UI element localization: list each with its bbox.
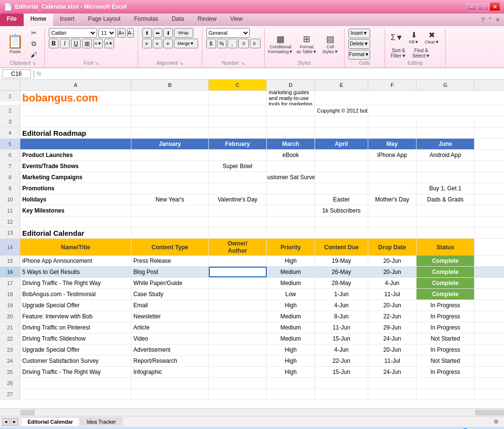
- tab-file[interactable]: File: [0, 14, 24, 26]
- find-select-button[interactable]: Find &Select▼: [410, 47, 432, 59]
- cell-a19[interactable]: Upgrade Special Offer: [20, 300, 131, 311]
- cell-e25[interactable]: 15-Jun: [315, 367, 368, 377]
- cell-a15[interactable]: iPhone App Announcement: [20, 256, 131, 266]
- cell-g15[interactable]: Complete: [417, 256, 475, 266]
- col-header-f[interactable]: F: [368, 80, 417, 90]
- decrease-decimal-button[interactable]: 0.: [250, 39, 260, 48]
- cell-b14[interactable]: Content Type: [131, 239, 209, 256]
- border-button[interactable]: ⊞: [82, 39, 92, 48]
- cell-a10[interactable]: Holidays: [20, 194, 131, 205]
- cell-f21[interactable]: 29-Jun: [368, 322, 417, 333]
- font-grow-button[interactable]: A+: [117, 28, 126, 38]
- cell-b5[interactable]: January: [131, 139, 209, 149]
- scroll-tabs-left[interactable]: ◄: [2, 418, 10, 426]
- tab-data[interactable]: Data: [165, 14, 190, 26]
- cell-c25[interactable]: [209, 367, 267, 377]
- cell-b15[interactable]: Press Release: [131, 256, 209, 266]
- cell-e7[interactable]: [315, 161, 368, 172]
- cell-c12[interactable]: [209, 216, 267, 227]
- cell-b24[interactable]: Report/Research: [131, 356, 209, 366]
- tab-home[interactable]: Home: [24, 14, 53, 26]
- insert-button[interactable]: Insert▼: [348, 29, 371, 38]
- cell-e3[interactable]: [315, 116, 368, 127]
- currency-button[interactable]: $: [206, 39, 216, 48]
- wrap-text-button[interactable]: Wrap: [174, 28, 193, 38]
- tab-formulas[interactable]: Formulas: [127, 14, 165, 26]
- cell-g25[interactable]: In Progress: [417, 367, 475, 377]
- cell-b20[interactable]: Newsletter: [131, 311, 209, 322]
- cell-f19[interactable]: 20-Jun: [368, 300, 417, 311]
- tab-page-layout[interactable]: Page Layout: [81, 14, 127, 26]
- cell-g23[interactable]: In Progress: [417, 344, 475, 355]
- cell-c1[interactable]: [209, 91, 267, 105]
- cell-e26[interactable]: [315, 378, 368, 388]
- cell-f27[interactable]: [368, 389, 417, 400]
- cell-c11[interactable]: [209, 205, 267, 216]
- cell-f4[interactable]: [368, 128, 417, 138]
- cell-d6[interactable]: eBook: [267, 150, 315, 160]
- cell-d27[interactable]: [267, 389, 315, 400]
- cell-a27[interactable]: [20, 389, 131, 400]
- cell-g26[interactable]: [417, 378, 475, 388]
- format-as-table-button[interactable]: ⊞ Formatas Table▼: [295, 33, 319, 55]
- number-format-select[interactable]: General: [206, 28, 250, 38]
- cell-c20[interactable]: [209, 311, 267, 322]
- cell-d25[interactable]: High: [267, 367, 315, 377]
- cell-b25[interactable]: Infographic: [131, 367, 209, 377]
- cell-b21[interactable]: Article: [131, 322, 209, 333]
- cell-c15[interactable]: [209, 256, 267, 266]
- col-header-g[interactable]: G: [417, 80, 475, 90]
- cell-f16[interactable]: 20-Jun: [368, 267, 417, 277]
- merge-center-button[interactable]: Merge▼: [174, 39, 198, 48]
- cell-e5[interactable]: April: [315, 139, 368, 149]
- cell-f23[interactable]: 20-Jun: [368, 344, 417, 355]
- cell-b27[interactable]: [131, 389, 209, 400]
- cell-g7[interactable]: [417, 161, 475, 172]
- cell-reference-input[interactable]: C16: [2, 70, 31, 78]
- cell-e17[interactable]: 28-May: [315, 278, 368, 288]
- cell-c27[interactable]: [209, 389, 267, 400]
- cell-c13[interactable]: [209, 228, 267, 238]
- cell-e2[interactable]: Copyright © 2012 bobangus.com. All right…: [315, 105, 368, 116]
- cell-g21[interactable]: In Progress: [417, 322, 475, 333]
- cell-c26[interactable]: [209, 378, 267, 388]
- cell-e16[interactable]: 26-May: [315, 267, 368, 277]
- cell-a6[interactable]: Product Launches: [20, 150, 131, 160]
- formula-input[interactable]: [43, 71, 503, 77]
- cell-f13[interactable]: [368, 228, 417, 238]
- cell-a16[interactable]: 5 Ways to Get Results: [20, 267, 131, 277]
- cell-e23[interactable]: 4-Jun: [315, 344, 368, 355]
- cell-b26[interactable]: [131, 378, 209, 388]
- cell-g11[interactable]: [417, 205, 475, 216]
- cell-c2[interactable]: [209, 105, 267, 116]
- align-right-button[interactable]: ≡: [163, 39, 173, 48]
- cell-a13[interactable]: Editorial Calendar: [20, 228, 131, 238]
- cell-c10[interactable]: Valentine's Day: [209, 194, 267, 205]
- cell-f18[interactable]: 11-Jul: [368, 289, 417, 300]
- cell-a23[interactable]: Upgrade Special Offer: [20, 344, 131, 355]
- cell-e6[interactable]: [315, 150, 368, 160]
- cell-c3[interactable]: [209, 116, 267, 127]
- cell-f26[interactable]: [368, 378, 417, 388]
- cell-a5[interactable]: [20, 139, 131, 149]
- cell-e8[interactable]: [315, 172, 368, 183]
- cell-c5[interactable]: February: [209, 139, 267, 149]
- cell-f9[interactable]: [368, 183, 417, 194]
- cell-a1[interactable]: bobangus.com: [20, 91, 131, 105]
- cell-a20[interactable]: Feature: Interview with Bob: [20, 311, 131, 322]
- cell-c21[interactable]: [209, 322, 267, 333]
- font-shrink-button[interactable]: A-: [127, 28, 134, 38]
- cell-f17[interactable]: 4-Jun: [368, 278, 417, 288]
- cell-b9[interactable]: [131, 183, 209, 194]
- cell-g3[interactable]: [417, 116, 475, 127]
- cell-d7[interactable]: [267, 161, 315, 172]
- cell-d23[interactable]: High: [267, 344, 315, 355]
- cell-f11[interactable]: [368, 205, 417, 216]
- cell-a2[interactable]: [20, 105, 131, 116]
- ribbon-collapse-icon[interactable]: ⌃: [488, 16, 492, 23]
- font-size-select[interactable]: 11: [99, 28, 116, 38]
- sort-filter-button[interactable]: Sort &Filter▼: [389, 47, 408, 59]
- cell-g19[interactable]: In Progress: [417, 300, 475, 311]
- cell-d1[interactable]: Advanced marketing guides and ready-to-u…: [267, 91, 315, 105]
- align-left-button[interactable]: ≡: [142, 39, 152, 48]
